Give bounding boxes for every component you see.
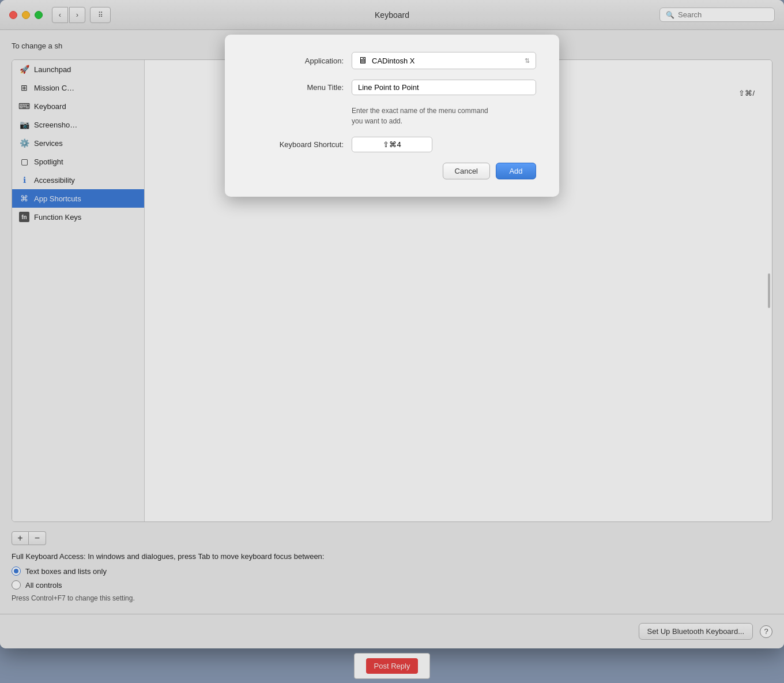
cancel-button[interactable]: Cancel	[443, 163, 490, 179]
modal-buttons: Cancel Add	[248, 163, 536, 179]
app-select-left: 🖥 CADintosh X	[358, 55, 414, 66]
application-select[interactable]: 🖥 CADintosh X ⇅	[352, 52, 536, 69]
add-button[interactable]: Add	[496, 163, 536, 179]
app-icon: 🖥	[358, 55, 367, 66]
modal-dialog: Application: 🖥 CADintosh X ⇅ Menu Title:…	[225, 35, 559, 197]
menu-title-row: Menu Title:	[248, 80, 536, 95]
menu-hint: Enter the exact name of the menu command…	[352, 106, 488, 126]
shortcut-label: Keyboard Shortcut:	[248, 140, 352, 149]
menu-hint-row: Enter the exact name of the menu command…	[248, 106, 536, 126]
shortcut-input[interactable]	[352, 137, 432, 152]
application-value: CADintosh X	[372, 57, 414, 65]
select-arrows-icon: ⇅	[525, 57, 530, 65]
application-row: Application: 🖥 CADintosh X ⇅	[248, 52, 536, 69]
menu-hint-line1: Enter the exact name of the menu command	[352, 107, 488, 115]
menu-hint-line2: you want to add.	[352, 117, 402, 125]
application-label: Application:	[248, 57, 352, 65]
menu-title-input[interactable]	[352, 80, 536, 95]
shortcut-row: Keyboard Shortcut:	[248, 137, 536, 152]
menu-title-label: Menu Title:	[248, 83, 352, 92]
modal-overlay: Application: 🖥 CADintosh X ⇅ Menu Title:…	[0, 0, 784, 683]
